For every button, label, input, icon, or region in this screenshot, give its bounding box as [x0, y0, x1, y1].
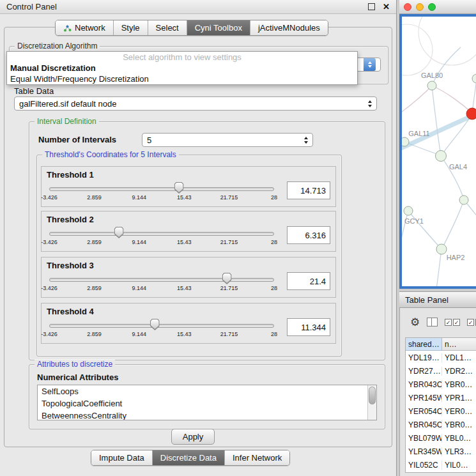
- scrollbar-thumb[interactable]: [369, 387, 376, 404]
- table-row[interactable]: YIL052CYIL0…: [406, 458, 476, 472]
- select-all-icon[interactable]: ✓ ✓: [467, 319, 476, 326]
- attribute-item[interactable]: TopologicalCoefficient: [38, 397, 376, 410]
- threshold-4-value-field[interactable]: 11.344: [287, 318, 330, 336]
- number-of-intervals-combobox[interactable]: 5: [142, 133, 313, 147]
- numerical-attributes-label: Numerical Attributes: [37, 372, 118, 382]
- network-edge: [442, 200, 464, 249]
- close-icon[interactable]: ✕: [383, 2, 390, 12]
- network-edge: [402, 86, 432, 114]
- slider-thumb[interactable]: [222, 273, 232, 284]
- table-data-value: galFiltered.sif default node: [19, 99, 116, 109]
- network-edge: [408, 211, 441, 249]
- column-header-name[interactable]: n…: [442, 338, 476, 351]
- window-title: Control Panel: [6, 2, 368, 12]
- tab-network[interactable]: Network: [56, 20, 113, 35]
- float-window-icon[interactable]: [368, 3, 375, 10]
- tick-label: 28: [271, 239, 277, 245]
- network-node-gal4[interactable]: [436, 151, 447, 162]
- tab-infer-network[interactable]: Infer Network: [224, 450, 289, 465]
- tick-label: 15.43: [177, 239, 192, 245]
- slider-thumb[interactable]: [174, 182, 184, 194]
- tick-label: -3.426: [41, 331, 58, 337]
- combobox-arrows-icon[interactable]: [364, 58, 376, 71]
- table-data-combobox[interactable]: galFiltered.sif default node: [14, 96, 377, 111]
- network-node-gcy1[interactable]: [404, 206, 413, 215]
- algorithm-option-manual[interactable]: Manual Discretization: [7, 63, 357, 73]
- table-row[interactable]: YDR27…YDR2…: [406, 364, 476, 378]
- attribute-item[interactable]: BetweennessCentrality: [38, 410, 376, 420]
- tick-label: 2.859: [87, 285, 102, 291]
- tab-impute-data[interactable]: Impute Data: [91, 450, 152, 465]
- network-node-hap2[interactable]: [436, 244, 447, 254]
- slider-track[interactable]: [49, 324, 274, 328]
- network-canvas[interactable]: GAL80 GAL11 GAL4 GCY1 HAP2: [399, 14, 476, 289]
- slider-track[interactable]: [49, 232, 274, 236]
- node-label-hap2: HAP2: [447, 254, 465, 261]
- tab-jactivemodules[interactable]: jActiveMNodules: [250, 20, 328, 35]
- network-node-selected[interactable]: [466, 108, 476, 119]
- table-row[interactable]: YDL19…YDL1…: [406, 351, 476, 364]
- tick-label: 15.43: [177, 331, 192, 337]
- tick-label: 9.144: [132, 285, 147, 291]
- network-node-gal80[interactable]: [427, 81, 436, 90]
- minimize-traffic-light-icon[interactable]: [416, 3, 424, 11]
- network-node[interactable]: [459, 196, 468, 204]
- threshold-3-slider[interactable]: -3.426 2.859 9.144 15.43 21.715 28: [49, 272, 274, 294]
- table-row[interactable]: YBR043CYBR0…: [406, 378, 476, 391]
- threshold-2-slider[interactable]: -3.426 2.859 9.144 15.43 21.715 28: [49, 226, 274, 248]
- threshold-1-value-field[interactable]: 14.713: [287, 181, 330, 199]
- threshold-1-label: Threshold 1: [47, 170, 330, 180]
- threshold-1-slider[interactable]: -3.426 2.859 9.144 15.43 21.715 28: [49, 181, 274, 203]
- list-scrollbar[interactable]: [367, 385, 376, 420]
- tick-label: 21.715: [220, 239, 238, 245]
- column-header-shared-name[interactable]: shared…: [406, 338, 442, 351]
- threshold-2-value-field[interactable]: 6.316: [287, 226, 330, 244]
- threshold-4-label: Threshold 4: [47, 307, 330, 316]
- threshold-4-slider[interactable]: -3.426 2.859 9.144 15.43 21.715 28: [49, 318, 274, 340]
- algorithm-dropdown-placeholder: Select algorithm to view settings: [7, 52, 357, 63]
- select-columns-icon[interactable]: ✓ ✓: [445, 319, 460, 326]
- zoom-traffic-light-icon[interactable]: [428, 3, 436, 11]
- threshold-3-value-field[interactable]: 21.4: [287, 272, 330, 290]
- threshold-coordinates-title: Threshold's Coordinates for 5 Intervals: [42, 150, 179, 160]
- table-row[interactable]: YER054CYER0…: [406, 404, 476, 418]
- combobox-stepper-icon[interactable]: [364, 100, 372, 107]
- table-row[interactable]: YPR145WYPR1…: [406, 391, 476, 404]
- table-row[interactable]: YBR045CYBR0…: [406, 418, 476, 431]
- columns-icon[interactable]: [427, 318, 438, 326]
- attribute-item[interactable]: SelfLoops: [38, 385, 376, 397]
- network-edge: [418, 17, 476, 65]
- apply-button[interactable]: Apply: [171, 429, 215, 445]
- control-panel-titlebar: Control Panel ✕: [0, 0, 396, 14]
- table-data-label: Table Data: [14, 86, 54, 96]
- algorithm-option-equal-width[interactable]: Equal Width/Frequency Discretization: [7, 73, 357, 84]
- table-row[interactable]: YLR345WYLR3…: [406, 445, 476, 458]
- tab-cyni-toolbox[interactable]: Cyni Toolbox: [187, 20, 250, 35]
- tab-cyni-toolbox-label: Cyni Toolbox: [195, 23, 242, 33]
- close-traffic-light-icon[interactable]: [404, 3, 411, 11]
- slider-thumb[interactable]: [114, 227, 124, 238]
- tab-network-label: Network: [75, 23, 105, 33]
- slider-thumb[interactable]: [150, 319, 160, 330]
- tick-label: -3.426: [41, 285, 58, 291]
- tab-select[interactable]: Select: [148, 20, 187, 35]
- combobox-stepper-icon[interactable]: [300, 137, 308, 144]
- tick-label: 9.144: [132, 331, 147, 337]
- tab-infer-network-label: Infer Network: [233, 453, 282, 463]
- network-node[interactable]: [472, 74, 476, 83]
- network-node-gal11[interactable]: [402, 137, 409, 146]
- tick-label: 28: [271, 285, 277, 291]
- tab-style[interactable]: Style: [113, 20, 148, 35]
- slider-track[interactable]: [49, 278, 274, 282]
- network-edge: [432, 47, 461, 86]
- threshold-2-label: Threshold 2: [47, 215, 330, 224]
- threshold-4-panel: Threshold 4 -3.426 2.859 9.144 15.43 21.…: [41, 303, 336, 344]
- table-row[interactable]: YBL079WYBL0…: [406, 431, 476, 445]
- threshold-3-label: Threshold 3: [47, 261, 330, 270]
- bottom-tab-strip: Impute Data Discretize Data Infer Networ…: [91, 450, 290, 466]
- settings-gear-icon[interactable]: ⚙: [410, 317, 420, 328]
- table-header-row: shared… n…: [406, 338, 476, 351]
- tab-discretize-data[interactable]: Discretize Data: [152, 450, 224, 465]
- slider-track[interactable]: [49, 187, 274, 191]
- tick-label: 28: [271, 331, 277, 337]
